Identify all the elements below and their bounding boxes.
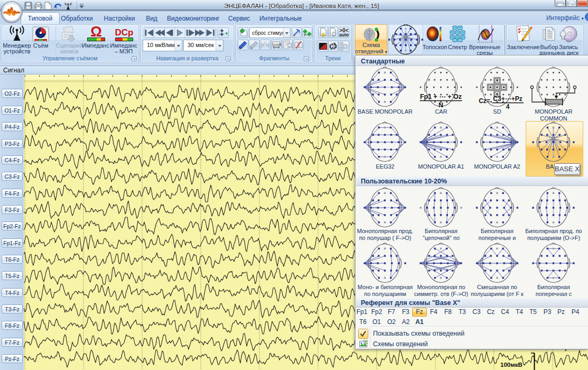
svg-text:auto: auto — [339, 32, 349, 38]
svg-text:N: N — [438, 101, 443, 109]
svg-text:0: 0 — [70, 2, 72, 5]
svg-text:a1: a1 — [331, 42, 335, 46]
svg-text:DCp: DCp — [115, 27, 134, 38]
svg-text:Fp1 + ⋯ + Oz: Fp1 + ⋯ + Oz — [420, 93, 462, 100]
svg-text:Cz=: Cz= — [479, 97, 490, 105]
svg-text:KAME: KAME — [273, 43, 281, 46]
svg-text:s2: s2 — [332, 46, 336, 50]
svg-text:100мкВ: 100мкВ — [500, 362, 522, 368]
svg-text:C3+⋯+Pz: C3+⋯+Pz — [493, 95, 522, 103]
svg-text:Ω: Ω — [90, 25, 102, 40]
